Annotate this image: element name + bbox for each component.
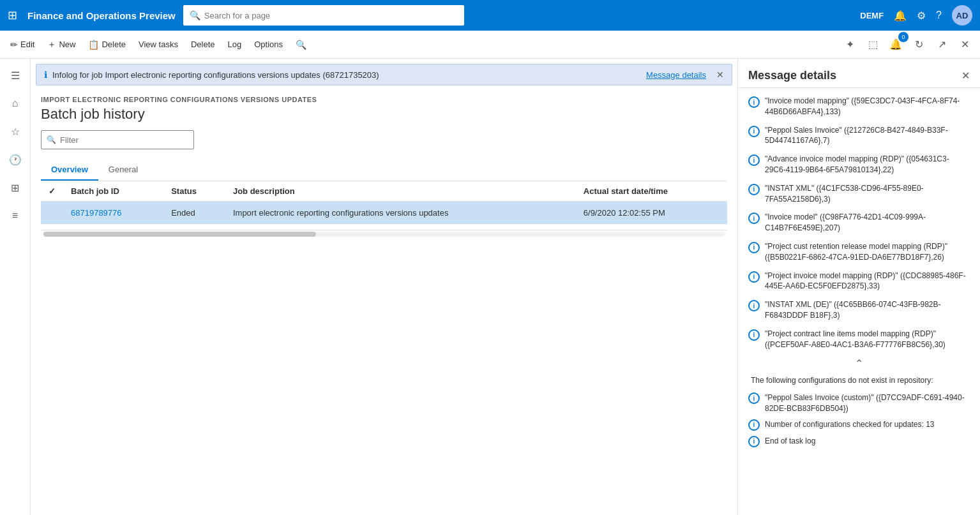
msg-panel-body[interactable]: i "Invoice model mapping" ({59EC3DC7-043… [738, 88, 980, 515]
batch-id-link[interactable]: 68719789776 [71, 208, 122, 218]
msg-text-7: "INSTAT XML (DE)" ({4C65BB66-074C-43FB-9… [765, 299, 970, 321]
col-batch-id: Batch job ID [63, 181, 163, 202]
close-panel-icon[interactable]: ✕ [954, 34, 975, 55]
msg-item-8: i "Project contract line items model map… [748, 329, 970, 350]
refresh-icon[interactable]: ↻ [908, 34, 929, 55]
msg-info-icon-5: i [748, 242, 760, 253]
scrollbar-thumb[interactable] [43, 232, 316, 237]
msg-panel-close-button[interactable]: ✕ [961, 70, 970, 82]
page-subtitle: IMPORT ELECTRONIC REPORTING CONFIGURATIO… [41, 96, 727, 103]
msg-item-6: i "Project invoice model mapping (RDP)" … [748, 271, 970, 292]
msg-item-5: i "Project cust retention release model … [748, 241, 970, 263]
msg-item-1: i "Peppol Sales Invoice" ({212726C8-B427… [748, 125, 970, 147]
msg-info-icon-8: i [748, 329, 760, 341]
msg-info-icon-b0: i [748, 392, 760, 404]
search-icon: 🔍 [190, 10, 200, 20]
sidebar-star-icon[interactable]: ☆ [4, 120, 27, 143]
view-tasks-button[interactable]: View tasks [133, 34, 183, 55]
msg-info-icon-4: i [748, 213, 760, 224]
filter-input-wrap[interactable]: 🔍 [41, 130, 194, 149]
sidebar-list-icon[interactable]: ≡ [4, 204, 27, 227]
collapse-icon[interactable]: ⌃ [855, 357, 863, 369]
infolog-close-icon[interactable]: ✕ [716, 70, 724, 80]
col-description: Job description [225, 181, 576, 202]
nav-right: DEMF 🔔 ⚙ ? AD [860, 5, 972, 26]
main-layout: ☰ ⌂ ☆ 🕐 ⊞ ≡ ℹ Infolog for job Import ele… [0, 59, 980, 515]
plus-icon: ＋ [47, 39, 56, 50]
filter-icon: 🔍 [47, 135, 56, 144]
msg-bottom-item-1: i Number of configurations checked for u… [748, 419, 970, 431]
search-button-cmd[interactable]: 🔍 [290, 34, 312, 55]
msg-item-0: i "Invoice model mapping" ({59EC3DC7-043… [748, 96, 970, 117]
delete-button-2[interactable]: Delete [186, 34, 220, 55]
search-icon-cmd: 🔍 [296, 40, 306, 50]
info-icon: ℹ [44, 70, 47, 80]
sidebar-menu-icon[interactable]: ☰ [4, 64, 27, 87]
msg-text-8: "Project contract line items model mappi… [765, 329, 970, 350]
msg-bottom-text-1: Number of configurations checked for upd… [765, 419, 935, 430]
filter-input[interactable] [60, 135, 188, 145]
msg-text-6: "Project invoice model mapping (RDP)" ({… [765, 271, 970, 292]
msg-item-3: i "INSTAT XML" ({4C1FC538-CD96-4F55-89E0… [748, 183, 970, 205]
options-button[interactable]: Options [249, 34, 288, 55]
help-icon[interactable]: ? [936, 10, 942, 21]
msg-info-icon-b1: i [748, 419, 760, 431]
log-button[interactable]: Log [222, 34, 246, 55]
msg-text-1: "Peppol Sales Invoice" ({212726C8-B427-4… [765, 125, 970, 147]
table-row[interactable]: 68719789776 Ended Import electronic repo… [41, 202, 727, 225]
tab-overview[interactable]: Overview [41, 160, 98, 181]
col-check[interactable]: ✓ [41, 181, 63, 202]
col-start-time: Actual start date/time [576, 181, 727, 202]
fullscreen-icon[interactable]: ⬚ [863, 34, 883, 55]
tab-general[interactable]: General [98, 160, 148, 181]
row-check [41, 202, 63, 225]
scrollbar-track [43, 232, 725, 237]
msg-text-2: "Advance invoice model mapping (RDP)" ({… [765, 154, 970, 175]
msg-bottom-text-2: End of task log [765, 436, 815, 447]
sidebar-recent-icon[interactable]: 🕐 [4, 148, 27, 171]
new-button[interactable]: ＋ New [42, 34, 80, 55]
badge-count: 0 [898, 32, 908, 42]
row-start-time: 6/9/2020 12:02:55 PM [576, 202, 727, 225]
edit-icon: ✏ [10, 40, 18, 50]
infolog-bar: ℹ Infolog for job Import electronic repo… [36, 64, 732, 86]
notifications-icon[interactable]: 🔔 [894, 10, 907, 22]
edit-button[interactable]: ✏ Edit [5, 34, 40, 55]
msg-panel-title: Message details [748, 69, 836, 82]
msg-text-4: "Invoice model" ({C98FA776-42D1-4C09-999… [765, 212, 970, 234]
search-bar[interactable]: 🔍 [183, 5, 464, 26]
msg-bottom-item-0: i "Peppol Sales Invoice (custom)" ({D7CC… [748, 392, 970, 414]
tabs: Overview General [41, 160, 727, 181]
msg-item-4: i "Invoice model" ({C98FA776-42D1-4C09-9… [748, 212, 970, 234]
sidebar-workspace-icon[interactable]: ⊞ [4, 176, 27, 199]
msg-panel-header: Message details ✕ [738, 59, 980, 88]
grid-icon[interactable]: ⊞ [8, 8, 17, 22]
msg-info-icon-2: i [748, 154, 760, 166]
avatar[interactable]: AD [952, 5, 972, 26]
message-details-panel: Message details ✕ i "Invoice model mappi… [737, 59, 980, 515]
msg-info-icon-7: i [748, 300, 760, 311]
open-external-icon[interactable]: ↗ [931, 34, 952, 55]
msg-info-icon-3: i [748, 184, 760, 195]
col-status: Status [163, 181, 225, 202]
search-input[interactable] [204, 11, 458, 20]
activity-badge[interactable]: 🔔 0 [886, 34, 906, 55]
page-content: IMPORT ELECTRONIC REPORTING CONFIGURATIO… [31, 91, 737, 248]
message-details-link[interactable]: Message details [646, 70, 706, 80]
row-description: Import electronic reporting configuratio… [225, 202, 576, 225]
msg-item-7: i "INSTAT XML (DE)" ({4C65BB66-074C-43FB… [748, 299, 970, 321]
horizontal-scrollbar[interactable] [41, 230, 727, 237]
sidebar-home-icon[interactable]: ⌂ [4, 92, 27, 115]
personalize-icon[interactable]: ✦ [840, 34, 860, 55]
app-title: Finance and Operations Preview [27, 10, 176, 21]
msg-item-2: i "Advance invoice model mapping (RDP)" … [748, 154, 970, 175]
resize-handle[interactable] [738, 59, 741, 515]
collapse-section[interactable]: ⌃ [748, 357, 970, 369]
sidebar: ☰ ⌂ ☆ 🕐 ⊞ ≡ [0, 59, 31, 515]
infolog-text: Infolog for job Import electronic report… [52, 70, 641, 80]
settings-icon[interactable]: ⚙ [917, 10, 926, 22]
row-batch-id[interactable]: 68719789776 [63, 202, 163, 225]
msg-info-icon-0: i [748, 96, 760, 108]
delete-button-1[interactable]: 📋 Delete [83, 34, 131, 55]
batch-job-table: ✓ Batch job ID Status Job description Ac… [41, 181, 727, 225]
